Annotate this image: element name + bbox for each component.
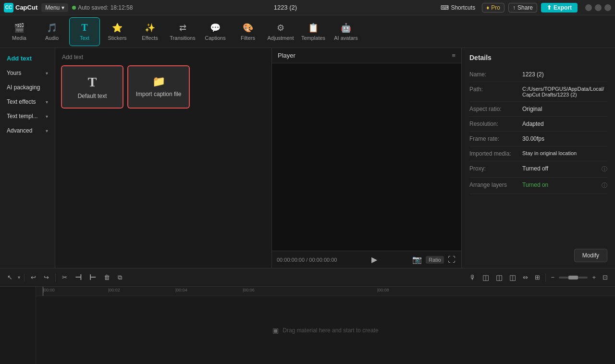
toolbar: 🎬 Media 🎵 Audio T Text ⭐ Stickers ✨ Effe… [0,15,615,48]
sidebar-text-effects-label: Text effects [7,98,36,105]
auto-save-dot-icon [72,6,76,10]
camera-button[interactable]: 📷 [411,254,423,265]
toolbar-ai-avatars[interactable]: 🤖 AI avatars [331,17,361,46]
fullscreen-button[interactable]: ⛶ [447,255,456,265]
toolbar-effects[interactable]: ✨ Effects [135,17,165,46]
ruler-tick-0: |00:00 [43,288,55,292]
default-text-label: Default text [78,93,107,99]
detail-row-imported-media: Imported media: Stay in original locatio… [469,146,607,161]
pro-label: Pro [491,4,500,11]
templates-icon: 📋 [308,23,319,33]
redo-button[interactable]: ↪ [41,272,51,282]
sidebar-advanced[interactable]: Advanced ▾ [3,124,52,137]
sidebar-yours[interactable]: Yours ▾ [3,67,52,79]
toolbar-filters-label: Filters [241,35,255,41]
zoom-out-button[interactable]: − [549,272,557,282]
proxy-info-icon[interactable]: ⓘ [602,165,607,173]
detail-label-aspect: Aspect ratio: [469,106,522,112]
sidebar-advanced-label: Advanced [7,127,32,134]
toolbar-adjustment[interactable]: ⚙ Adjustment [265,17,296,46]
fit-button[interactable]: ⊡ [600,272,610,282]
copy-button[interactable]: ⧉ [115,272,124,283]
details-title: Details [469,54,607,61]
zoom-slider[interactable] [559,277,588,279]
logo-icon: CC [4,3,13,12]
detail-row-framerate: Frame rate: 30.00fps [469,132,607,146]
sidebar-text-effects[interactable]: Text effects ▾ [3,96,52,108]
text-items-grid: T Default text 📁 Import caption file [61,65,266,109]
top-bar: CC CapCut Menu ▾ Auto saved: 18:12:58 12… [0,0,615,15]
group-button[interactable]: ⊞ [532,272,542,282]
toolbar-media[interactable]: 🎬 Media [4,17,35,46]
media-icon: 🎬 [14,23,25,33]
share-button[interactable]: ↑ Share [508,3,537,12]
drag-placeholder: ▣ Drag material here and start to create [272,327,378,334]
toolbar-audio[interactable]: 🎵 Audio [37,17,67,46]
split-button[interactable]: ✂ [60,272,70,282]
captions-icon: 💬 [210,23,221,33]
player-area: Player ≡ 00:00:00:00 / 00:00:00:00 ▶ 📷 R… [271,48,461,268]
export-icon: ⬆ [547,4,552,11]
timeline-content: |00:00 |00:02 |00:04 |00:06 |00:08 ▣ Dra… [0,287,615,364]
maximize-button[interactable] [595,4,602,11]
player-menu-icon[interactable]: ≡ [452,52,455,59]
timeline-main: |00:00 |00:02 |00:04 |00:06 |00:08 ▣ Dra… [36,287,615,364]
toolbar-stickers[interactable]: ⭐ Stickers [102,17,133,46]
link-button[interactable]: ⇔ [520,272,530,282]
share-label: Share [517,4,533,11]
trim-left-button[interactable]: ⊣ [73,271,84,283]
chevron-down-icon-2: ▾ [46,99,48,105]
window-controls [585,4,611,11]
separator-1 [24,273,25,282]
minimize-button[interactable] [585,4,592,11]
arrange-layers-info-icon[interactable]: ⓘ [602,182,607,190]
text-icon: T [81,22,87,33]
snap-audio-button[interactable]: ◫ [493,272,505,283]
toolbar-captions-label: Captions [205,35,225,41]
sidebar-yours-label: Yours [7,70,21,76]
detail-label-name: Name: [469,71,522,78]
delete-button[interactable]: 🗑 [101,272,112,282]
sidebar-ai-packaging[interactable]: AI packaging [3,81,52,94]
trim-right-button[interactable]: ⊢ [87,271,98,283]
toolbar-text[interactable]: T Text [69,17,100,46]
player-viewport [272,63,461,251]
menu-button[interactable]: Menu ▾ [41,3,68,12]
player-time-total: 00:00:00:00 [309,257,337,263]
zoom-in-button[interactable]: + [590,272,598,282]
toolbar-filters[interactable]: 🎨 Filters [233,17,263,46]
default-text-card[interactable]: T Default text [61,65,123,109]
detail-row-arrange-layers: Arrange layers Turned on ⓘ [469,178,607,194]
toolbar-templates[interactable]: 📋 Templates [298,17,329,46]
shortcuts-button[interactable]: ⌨ Shortcuts [438,3,478,12]
mic-button[interactable]: 🎙 [467,272,478,282]
sidebar-add-text[interactable]: Add text [3,52,52,65]
pro-button[interactable]: ♦ Pro [482,3,504,12]
chevron-down-icon-3: ▾ [46,114,48,119]
snap-trim-button[interactable]: ◫ [480,272,492,283]
effects-icon: ✨ [145,23,155,33]
snap-video-button[interactable]: ◫ [507,272,518,283]
export-button[interactable]: ⬆ Export [541,3,578,12]
app-name: CapCut [15,4,37,11]
detail-label-framerate: Frame rate: [469,135,522,142]
sidebar-text-templates[interactable]: Text templ... ▾ [3,110,52,122]
import-caption-card[interactable]: 📁 Import caption file [127,65,190,109]
zoom-slider-thumb[interactable] [568,276,578,279]
timeline-area: ↖ ▾ ↩ ↪ ✂ ⊣ ⊢ 🗑 ⧉ 🎙 ◫ ◫ ◫ ⇔ ⊞ − + ⊡ [0,268,615,364]
play-button[interactable]: ▶ [370,254,378,265]
player-right-controls: 📷 Ratio ⛶ [411,254,456,265]
export-label: Export [554,4,572,11]
toolbar-templates-label: Templates [301,35,325,41]
toolbar-audio-label: Audio [45,35,59,41]
ratio-button[interactable]: Ratio [426,256,444,264]
undo-button[interactable]: ↩ [28,272,38,282]
toolbar-captions[interactable]: 💬 Captions [200,17,231,46]
close-button[interactable] [604,4,611,11]
toolbar-transitions[interactable]: ⇄ Transitions [167,17,198,46]
detail-row-proxy: Proxy: Turned off ⓘ [469,161,607,178]
cursor-tool-button[interactable]: ↖ [5,272,15,282]
modify-button[interactable]: Modify [574,249,607,262]
toolbar-media-label: Media [12,35,26,41]
ruler-tick-1: |00:02 [108,288,120,292]
